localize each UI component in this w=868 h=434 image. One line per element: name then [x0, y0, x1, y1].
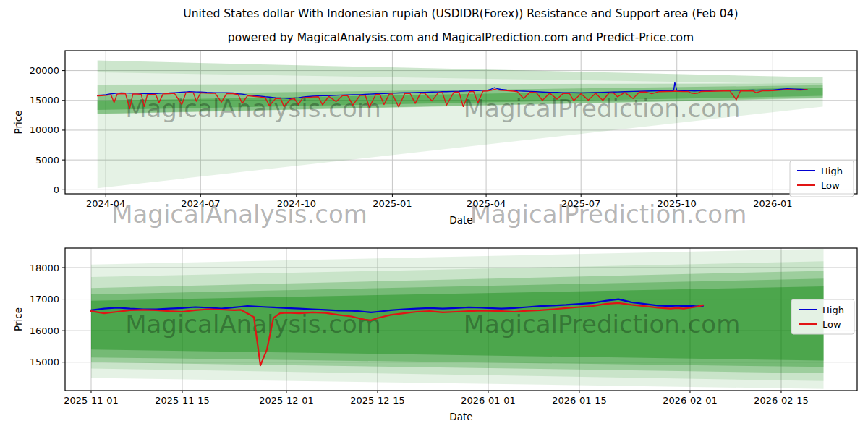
x-tick-label: 2026-02-01: [663, 395, 718, 406]
x-tick-label: 2026-01-01: [461, 395, 516, 406]
x-tick-label: 2026-02-15: [754, 395, 809, 406]
legend-label-high: High: [822, 305, 844, 315]
x-tick-label: 2025-04: [467, 198, 506, 209]
y-axis-label: Price: [12, 111, 24, 135]
watermark-text: MagicalAnalysis.com: [111, 200, 367, 229]
y-tick-label: 16000: [30, 326, 59, 336]
x-tick-label: 2024-07: [181, 198, 220, 209]
y-tick-label: 15000: [30, 95, 59, 106]
y-axis-label: Price: [12, 307, 24, 331]
figure-subtitle: powered by MagicalAnalysis.com and Magic…: [228, 31, 694, 44]
y-tick-label: 20000: [30, 65, 59, 76]
y-tick-label: 10000: [30, 124, 59, 135]
watermark-text: MagicalAnalysis.com: [125, 310, 381, 339]
legend: HighLow: [790, 161, 854, 197]
y-tick-label: 18000: [30, 263, 59, 273]
x-tick-label: 2025-12-01: [259, 395, 314, 406]
x-tick-label: 2025-11-01: [64, 395, 119, 406]
legend-label-low: Low: [821, 180, 840, 191]
legend-label-low: Low: [822, 319, 841, 330]
y-tick-label: 17000: [30, 294, 59, 305]
watermark-text: MagicalPrediction.com: [464, 310, 741, 339]
x-axis-label: Date: [449, 214, 472, 226]
y-tick-label: 5000: [35, 155, 59, 166]
x-tick-label: 2025-10: [658, 198, 697, 209]
x-tick-label: 2025-11-15: [155, 395, 210, 406]
x-tick-label: 2024-10: [277, 198, 316, 209]
x-tick-label: 2025-01: [373, 198, 412, 209]
x-tick-label: 2025-07: [561, 198, 600, 209]
legend: HighLow: [791, 299, 854, 334]
x-tick-label: 2026-01-15: [552, 395, 607, 406]
y-tick-label: 15000: [30, 357, 59, 367]
x-tick-label: 2025-12-15: [350, 395, 405, 406]
y-tick-label: 0: [54, 184, 59, 195]
figure-canvas: MagicalAnalysis.comMagicalPrediction.com…: [0, 0, 868, 434]
x-tick-label: 2026-01: [753, 198, 792, 209]
x-axis-label: Date: [449, 411, 472, 422]
watermark-text: MagicalAnalysis.com: [125, 94, 381, 123]
figure-title: United States dollar With Indonesian rup…: [183, 7, 738, 20]
legend-label-high: High: [821, 166, 843, 176]
watermark-text: MagicalPrediction.com: [470, 200, 747, 229]
watermark-text: MagicalPrediction.com: [464, 94, 741, 123]
figure: MagicalAnalysis.comMagicalPrediction.com…: [0, 0, 868, 434]
x-tick-label: 2024-04: [86, 198, 125, 209]
